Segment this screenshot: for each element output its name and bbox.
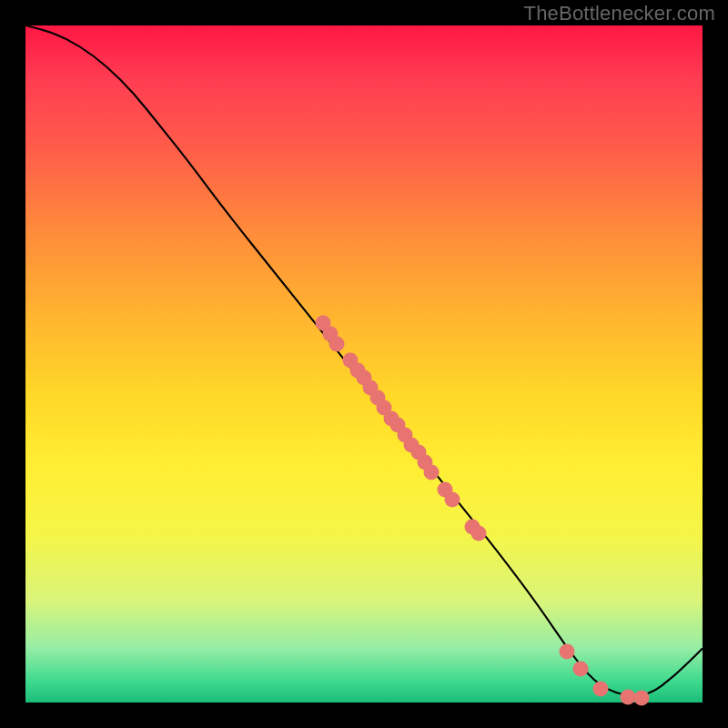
sample-dot (424, 465, 440, 480)
sample-dot (560, 644, 575, 660)
watermark-text: TheBottlenecker.com (524, 2, 715, 25)
sample-dot (573, 661, 589, 676)
sample-dot (471, 526, 487, 541)
performance-curve (25, 25, 703, 696)
sample-dot (444, 491, 460, 507)
sample-dot (634, 690, 650, 705)
chart-plot-area (25, 25, 703, 703)
chart-curve-svg (25, 25, 703, 703)
sample-dot (329, 336, 345, 351)
sample-dot (593, 682, 609, 697)
